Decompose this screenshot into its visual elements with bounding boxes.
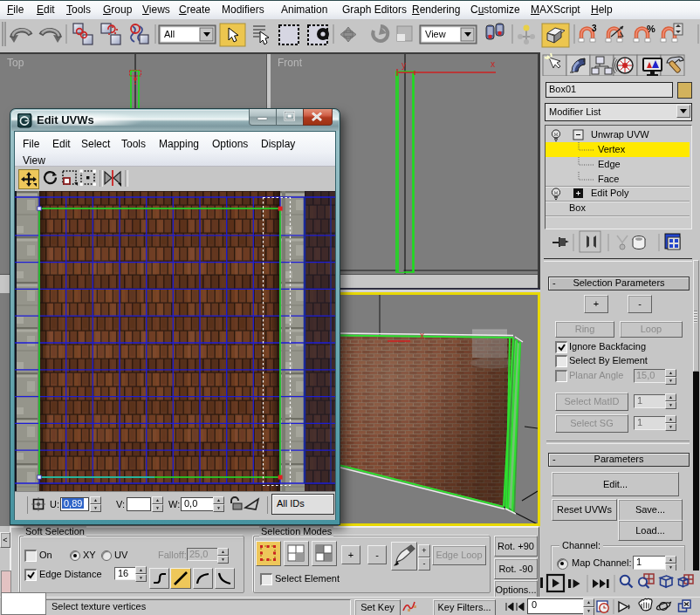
svg-text:All: All	[164, 29, 175, 39]
svg-text:3: 3	[592, 24, 597, 33]
svg-text:x: x	[420, 331, 424, 340]
svg-text:%: %	[647, 24, 655, 34]
svg-text:y: y	[401, 60, 406, 70]
svg-text:View: View	[425, 29, 446, 39]
svg-text:x: x	[491, 59, 495, 69]
